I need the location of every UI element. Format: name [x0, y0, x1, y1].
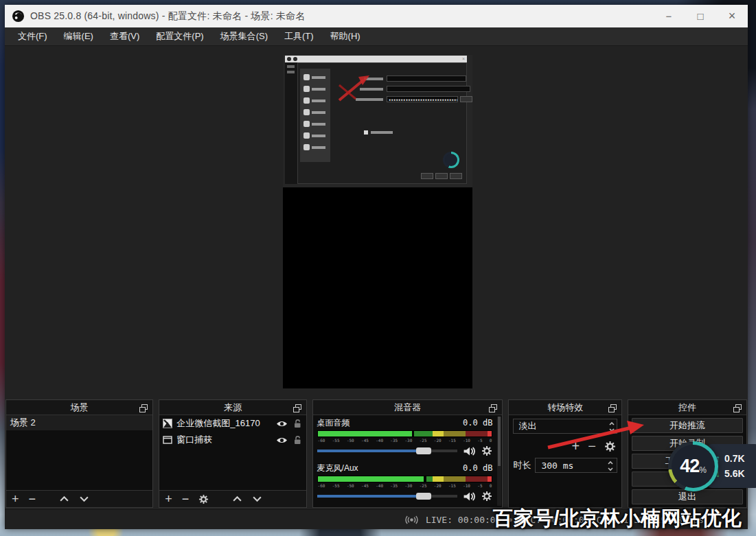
title-bar: OBS 25.0.8 (64-bit, windows) - 配置文件: 未命名… [5, 5, 748, 27]
mixer-channel-mic-aux: 麦克风/Aux 0.0 dB -60-55-50-45-40-35-30-25-… [313, 461, 503, 502]
mixer-body: 桌面音频 0.0 dB -60-55-50-45-40-35-30-25-20-… [313, 415, 503, 507]
transitions-title: 转场特效 [547, 401, 583, 414]
move-scene-down-button[interactable] [79, 496, 89, 502]
tick-label: -10 [463, 438, 470, 443]
lock-icon[interactable] [292, 419, 303, 428]
tick-label: -45 [361, 483, 369, 488]
popout-icon[interactable] [292, 403, 303, 414]
live-broadcast-icon [404, 515, 419, 524]
sources-panel: 来源 企业微信截图_16170 窗口捕获 [159, 399, 306, 508]
scenes-header: 场景 [6, 400, 152, 415]
tick-label: -10 [463, 483, 470, 488]
remove-source-button[interactable]: − [182, 493, 190, 505]
slider-handle[interactable] [416, 493, 431, 500]
window-controls: − □ × [653, 5, 748, 27]
meter-tick-labels: -60-55-50-45-40-35-30-25-20-15-10-50 [317, 438, 493, 443]
popout-icon[interactable] [732, 403, 743, 414]
slider-handle[interactable] [416, 447, 431, 454]
visibility-eye-icon[interactable] [276, 419, 288, 428]
tick-label: -45 [361, 438, 369, 443]
captured-show-button [460, 96, 472, 102]
popout-icon[interactable] [138, 403, 149, 414]
move-source-up-button[interactable] [232, 496, 242, 502]
watermark: 百家号/北京林小楠网站优化 [493, 505, 742, 533]
tick-label: -15 [448, 438, 456, 443]
source-item[interactable]: 窗口捕获 [159, 432, 306, 448]
channel-settings-gear-icon[interactable] [481, 491, 492, 502]
volume-meter [317, 476, 493, 482]
scenes-toolbar: + − [6, 490, 152, 507]
percent-ring-widget[interactable]: 42 % [668, 441, 718, 491]
move-source-down-button[interactable] [252, 496, 262, 502]
add-source-button[interactable]: + [165, 493, 172, 505]
sources-title: 来源 [224, 401, 242, 414]
tick-label: -20 [434, 483, 442, 488]
minimize-button[interactable]: − [653, 5, 685, 27]
popout-icon[interactable] [488, 403, 499, 414]
captured-dialog-buttons [419, 173, 462, 179]
percent-ring-inner: 42 % [672, 445, 715, 488]
channel-settings-gear-icon[interactable] [481, 445, 492, 456]
scenes-panel: 场景 场景 2 + − [5, 399, 153, 508]
source-properties-gear-icon[interactable] [198, 494, 209, 504]
tick-label: -55 [332, 438, 340, 443]
download-value: 5.6K [724, 468, 745, 479]
mixer-channel-desktop-audio: 桌面音频 0.0 dB -60-55-50-45-40-35-30-25-20-… [313, 415, 503, 456]
sources-list: 企业微信截图_16170 窗口捕获 [159, 415, 306, 490]
add-scene-button[interactable]: + [12, 493, 19, 505]
tick-label: -5 [477, 438, 482, 443]
duration-label: 时长 [513, 459, 531, 471]
source-item[interactable]: 企业微信截图_16170 [159, 415, 306, 432]
menu-profile[interactable]: 配置文件(P) [148, 27, 211, 45]
menu-edit[interactable]: 编辑(E) [56, 27, 101, 45]
scene-item[interactable]: 场景 2 [6, 415, 152, 430]
scenes-list: 场景 2 [6, 415, 152, 490]
volume-slider[interactable] [317, 493, 458, 500]
transition-selected-value: 淡出 [518, 420, 536, 432]
menu-file[interactable]: 文件(F) [10, 27, 55, 45]
tick-label: -25 [420, 438, 427, 443]
tick-label: -35 [390, 483, 398, 488]
menu-tools[interactable]: 工具(T) [277, 27, 321, 45]
captured-checkbox-row [364, 130, 393, 135]
volume-slider[interactable] [317, 447, 458, 454]
channel-db-value: 0.0 dB [463, 418, 492, 428]
window-title: OBS 25.0.8 (64-bit, windows) - 配置文件: 未命名… [30, 10, 306, 23]
duration-spinbox[interactable]: 300 ms [535, 458, 617, 473]
tick-label: -20 [434, 438, 442, 443]
menu-scene-collection[interactable]: 场景集合(S) [213, 27, 275, 45]
exit-button[interactable]: 退出 [632, 489, 743, 504]
duration-row: 时长 300 ms [513, 458, 617, 473]
image-source-icon [163, 419, 172, 428]
visibility-eye-icon[interactable] [276, 436, 288, 445]
mixer-scrollbar[interactable] [497, 417, 501, 506]
scenes-title: 场景 [71, 401, 89, 414]
tick-label: -35 [390, 438, 398, 443]
tick-label: -30 [405, 438, 413, 443]
maximize-button[interactable]: □ [685, 5, 716, 27]
lock-icon[interactable] [292, 435, 303, 445]
close-button[interactable]: × [716, 5, 748, 27]
menu-view[interactable]: 查看(V) [102, 27, 147, 45]
tick-label: -60 [318, 438, 325, 443]
captured-dialog-titlebar: × [285, 56, 467, 62]
download-row: ↓ 5.6K [715, 468, 756, 479]
source-label: 企业微信截图_16170 [176, 417, 271, 430]
preview-area: × [5, 46, 748, 399]
captured-settings-dialog: ●●●●●●●●●●●●●●●●●●●●●●●●●●●●●●●●●●●●●●●● [297, 62, 467, 184]
tick-label: -30 [405, 483, 413, 488]
menu-help[interactable]: 帮助(H) [323, 27, 368, 45]
preview-canvas[interactable]: × [283, 55, 472, 388]
sources-toolbar: + − [159, 490, 306, 507]
tick-label: 0 [490, 438, 492, 443]
spinner-chevrons-icon[interactable] [606, 460, 615, 472]
menu-bar: 文件(F) 编辑(E) 查看(V) 配置文件(P) 场景集合(S) 工具(T) … [5, 27, 748, 46]
obs-logo-icon [12, 10, 25, 23]
remove-scene-button[interactable]: − [29, 493, 36, 505]
move-scene-up-button[interactable] [59, 496, 69, 502]
speaker-mute-icon[interactable] [463, 446, 476, 456]
popout-icon[interactable] [607, 403, 618, 414]
live-timer: LIVE: 00:00:00 [426, 515, 501, 525]
speaker-mute-icon[interactable] [463, 491, 476, 502]
captured-background-strip [285, 62, 297, 184]
